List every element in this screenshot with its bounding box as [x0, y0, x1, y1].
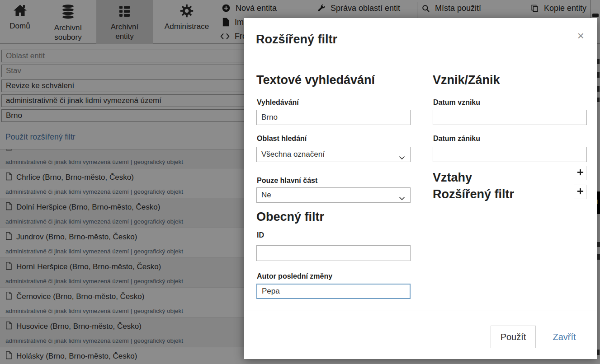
scope-select[interactable]: Všechna označení — [256, 147, 411, 162]
chevron-down-icon — [399, 153, 405, 162]
close-icon[interactable]: × — [577, 30, 584, 42]
dialog-title: Rozšířený filtr — [256, 33, 337, 47]
add-relation-button[interactable] — [574, 166, 586, 180]
plus-icon — [577, 188, 584, 196]
chevron-down-icon — [399, 194, 405, 203]
apply-button[interactable]: Použít — [491, 326, 536, 348]
advanced-filter-dialog: Rozšířený filtr × Textové vyhledávání Vy… — [244, 18, 597, 359]
search-label: Vyhledávání — [257, 98, 299, 107]
date-from-input[interactable] — [433, 110, 587, 125]
author-label: Autor poslední změny — [257, 272, 332, 280]
date-to-label: Datum zániku — [433, 135, 480, 143]
mainpart-select[interactable]: Ne — [256, 187, 411, 203]
scope-select-value: Všechna označení — [261, 150, 325, 159]
search-input[interactable] — [256, 110, 411, 125]
mainpart-select-value: Ne — [261, 191, 271, 200]
dialog-footer: Použít Zavřít — [244, 311, 597, 359]
add-advanced-filter-button[interactable] — [574, 185, 586, 199]
relations-heading: Vztahy — [433, 171, 472, 185]
plus-icon — [577, 169, 584, 177]
author-input[interactable] — [256, 284, 411, 299]
app-root: Domů Archivní soubory — [0, 0, 600, 364]
date-to-input[interactable] — [433, 147, 587, 162]
section-text-search: Textové vyhledávání — [256, 73, 375, 87]
id-input[interactable] — [256, 245, 411, 261]
id-label: ID — [257, 231, 264, 239]
mainpart-label: Pouze hlavní část — [257, 177, 317, 185]
advanced-filter-heading: Rozšířený filtr — [433, 187, 514, 201]
section-dates: Vznik/Zánik — [433, 73, 500, 87]
scope-label: Oblast hledání — [257, 135, 307, 143]
close-button[interactable]: Zavřít — [546, 326, 582, 348]
date-from-label: Datum vzniku — [433, 98, 480, 107]
section-general-filter: Obecný filtr — [256, 210, 324, 224]
